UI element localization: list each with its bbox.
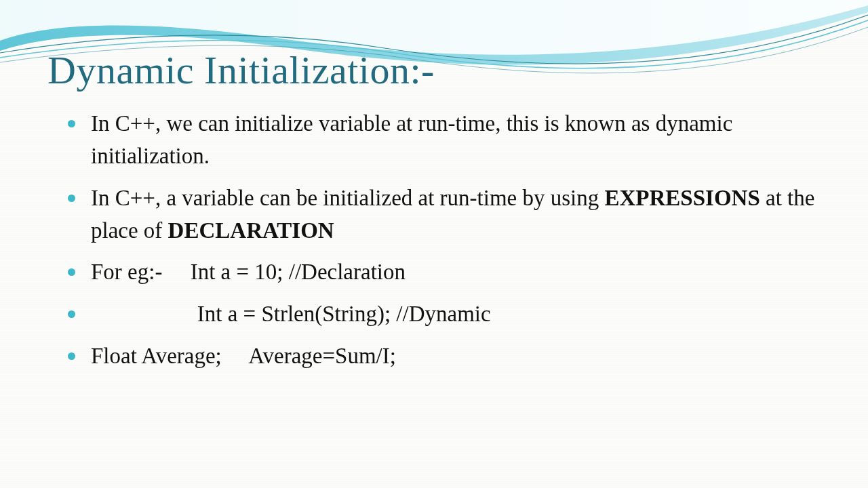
- list-item: In C++, we can initialize variable at ru…: [68, 108, 821, 173]
- bullet-bold: EXPRESSIONS: [605, 186, 760, 210]
- bullet-text: In C++, a variable can be initialized at…: [91, 186, 605, 210]
- bullet-text: For eg:- Int a = 10; //Declaration: [91, 260, 406, 284]
- list-item: For eg:- Int a = 10; //Declaration: [68, 256, 821, 289]
- bullet-text: In C++, we can initialize variable at ru…: [91, 111, 732, 168]
- slide-content: Dynamic Initialization:- In C++, we can …: [47, 47, 821, 382]
- slide-title: Dynamic Initialization:-: [47, 47, 821, 93]
- list-item: Float Average; Average=Sum/I;: [68, 340, 821, 373]
- list-item: Int a = Strlen(String); //Dynamic: [68, 298, 821, 331]
- bullet-bold: DECLARATION: [168, 218, 334, 243]
- bullet-list: In C++, we can initialize variable at ru…: [68, 108, 821, 373]
- bullet-text: Float Average; Average=Sum/I;: [91, 344, 396, 368]
- list-item: In C++, a variable can be initialized at…: [68, 182, 821, 247]
- bullet-text: Int a = Strlen(String); //Dynamic: [91, 302, 491, 326]
